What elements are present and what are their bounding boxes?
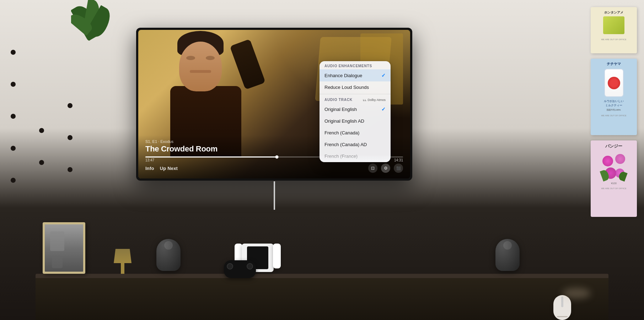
dolby-badge: ʟʟ Dolby Atmos (363, 98, 386, 102)
desk-surface (36, 274, 608, 278)
control-buttons: Info Up Next (145, 166, 178, 171)
progress-fill (145, 156, 277, 158)
switch-right-joycon (273, 244, 281, 268)
wall-dot (11, 50, 16, 55)
poster-1-subtext: WE ARE OUT OF OFFICE (591, 38, 637, 42)
airplay-icon: ⬛ (396, 166, 401, 170)
wall-dot (39, 160, 44, 165)
char-head (179, 42, 222, 91)
subtitles-button[interactable]: ⊡ (368, 164, 377, 173)
wall-dot (11, 146, 16, 151)
dolby-icon: ʟʟ (363, 98, 366, 102)
wall-dot (68, 167, 73, 172)
desk-lamp (114, 249, 132, 274)
wall-dot (68, 103, 73, 108)
french-france-label: French (France) (324, 154, 386, 159)
wall-dot (11, 178, 16, 183)
audio-track-label: AUDIO TRACK (324, 98, 353, 102)
audio-enhancements-header: AUDIO ENHANCEMENTS (320, 61, 391, 69)
reduce-loud-sounds-label: Reduce Loud Sounds (324, 85, 386, 90)
wall-dot (11, 82, 16, 87)
homepod-left (156, 239, 181, 271)
photo-content (45, 224, 83, 272)
dolby-label: Dolby Atmos (367, 98, 386, 102)
desk (36, 274, 608, 320)
original-english-option[interactable]: Original English ✓ (320, 103, 391, 115)
original-english-label: Original English (324, 107, 381, 112)
tv-cable (274, 181, 275, 210)
poster-3-footer: WE ARE OUT OF OFFICE (591, 187, 637, 191)
french-canada-option[interactable]: French (Canada) (320, 127, 391, 139)
french-france-option[interactable]: French (France) (320, 150, 391, 162)
french-canada-label: French (Canada) (324, 130, 386, 135)
photo-frame (43, 222, 85, 274)
subtitles-icon: ⊡ (371, 166, 375, 171)
poster-area: ホンタンアメ WE ARE OUT OF OFFICE チチヤマ ルウがおいしい… (566, 0, 644, 220)
enhance-dialogue-option[interactable]: Enhance Dialogue ✓ (320, 69, 391, 81)
wall-dot (68, 135, 73, 140)
wall-decoration (0, 0, 135, 213)
playback-controls: Info Up Next ⊡ ⚙ ⬛ (145, 164, 403, 173)
wall-dot (39, 128, 44, 133)
settings-button[interactable]: ⚙ (381, 164, 390, 173)
original-english-ad-label: Original English AD (324, 118, 386, 124)
lamp-base (121, 263, 124, 274)
poster-2-text: ルウがおいしいミルクティー (594, 99, 634, 108)
photo-inner (45, 224, 83, 272)
poster-3-label: ¥100 (594, 182, 634, 185)
total-time: 14:31 (394, 158, 403, 162)
router-body (553, 295, 571, 320)
airplay-button[interactable]: ⬛ (394, 164, 403, 173)
playback-icon-buttons: ⊡ ⚙ ⬛ (368, 164, 403, 173)
enhance-dialogue-label: Enhance Dialogue (324, 73, 381, 78)
poster-2: チチヤマ ルウがおいしいミルクティー 国産牛乳100% WE ARE OUT O… (591, 59, 637, 135)
lamp-shade (114, 249, 132, 263)
french-canada-ad-label: French (Canada) AD (324, 142, 386, 147)
poster-1-text: ホンタンアメ (594, 10, 634, 15)
popup-divider (320, 94, 391, 94)
game-controller (224, 260, 256, 278)
poster-2-brand: チチヤマ (594, 62, 634, 66)
poster-3: パンジー ¥100 WE ARE OUT OF OFFICE (591, 140, 637, 217)
audio-track-section-header: AUDIO TRACK ʟʟ Dolby Atmos (320, 95, 391, 103)
homepod-right (495, 239, 520, 271)
ambient-glow (562, 288, 591, 299)
char-arm (230, 39, 265, 90)
wall-dot (11, 114, 16, 119)
original-english-ad-option[interactable]: Original English AD (320, 115, 391, 127)
current-time: 13:47 (145, 158, 154, 162)
plant (71, 0, 114, 64)
settings-icon: ⚙ (384, 166, 388, 171)
reduce-loud-sounds-option[interactable]: Reduce Loud Sounds (320, 81, 391, 93)
original-english-check: ✓ (381, 106, 386, 112)
info-button[interactable]: Info (145, 166, 154, 171)
french-canada-ad-option[interactable]: French (Canada) AD (320, 139, 391, 150)
up-next-button[interactable]: Up Next (160, 166, 178, 171)
poster-2-footer: WE ARE OUT OF OFFICE (591, 114, 637, 118)
poster-3-title: パンジー (594, 143, 634, 149)
enhance-dialogue-check: ✓ (381, 73, 386, 78)
poster-2-sub: 国産牛乳100% (594, 108, 634, 112)
progress-dot (275, 155, 278, 159)
poster-1: ホンタンアメ WE ARE OUT OF OFFICE (591, 7, 637, 53)
audio-popup-menu: AUDIO ENHANCEMENTS Enhance Dialogue ✓ Re… (320, 61, 391, 162)
